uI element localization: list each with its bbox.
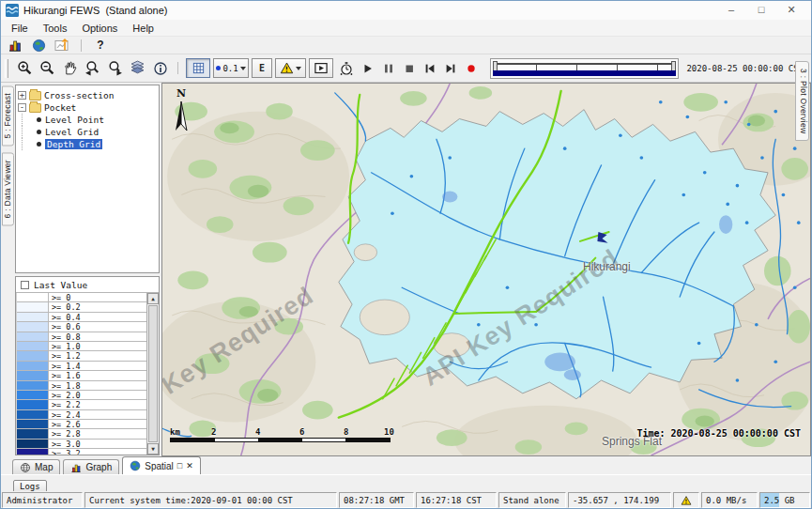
tree-label[interactable]: Level Grid	[45, 127, 99, 137]
interval-value: 0.1	[222, 64, 237, 73]
legend-list: >= 0 >= 0.2 >= 0.4 >= 0.6 >= 0.8 >= 1.0 …	[16, 292, 159, 455]
tree-label[interactable]: Pocket	[44, 102, 76, 113]
scroll-thumb[interactable]	[148, 305, 158, 442]
scale-unit: km	[170, 427, 180, 437]
zoom-previous-button[interactable]	[82, 58, 103, 79]
tree-label[interactable]: Cross-section	[44, 90, 114, 100]
magnifier-back-icon	[84, 60, 100, 76]
last-value-checkbox[interactable]	[21, 281, 29, 289]
zoom-out-button[interactable]	[37, 58, 58, 79]
spatial-display-button[interactable]	[52, 38, 72, 54]
close-button[interactable]: ✕	[776, 2, 806, 19]
map-viewport[interactable]: N API Key Required API Key Required Hiku…	[161, 83, 811, 456]
info-button[interactable]	[149, 58, 171, 79]
expand-icon[interactable]: +	[18, 91, 26, 100]
timeline-slider[interactable]	[490, 58, 679, 79]
pan-button[interactable]	[59, 58, 81, 79]
map-render[interactable]	[162, 84, 810, 455]
chart-arrows-icon	[54, 38, 69, 53]
map-display-button[interactable]	[28, 38, 49, 54]
timer-button[interactable]	[335, 58, 357, 79]
stop-button[interactable]	[399, 58, 419, 79]
tree-label-selected[interactable]: Depth Grid	[45, 139, 102, 149]
tree-item-pocket[interactable]: - Pocket	[18, 101, 157, 114]
layers-button[interactable]	[127, 58, 148, 79]
legend-label: >= 2.6	[49, 420, 146, 428]
tab-spatial[interactable]: Spatial □ ✕	[122, 456, 201, 474]
north-arrow: N	[172, 87, 191, 133]
folder-icon	[29, 91, 41, 100]
step-back-button[interactable]	[420, 58, 439, 79]
legend-row: >= 0.2	[17, 302, 146, 312]
map-time-overlay: Time: 2020-08-25 00:00:00 CST	[636, 428, 801, 439]
legend-label: >= 1.2	[49, 351, 146, 360]
tab-plot-overview[interactable]: 3 : Plot Overview	[795, 61, 809, 141]
layer-tree: + Cross-section - Pocket Level Point	[15, 85, 160, 273]
grid-display-button[interactable]	[186, 58, 210, 78]
legend-swatch	[17, 302, 49, 311]
menu-tools[interactable]: Tools	[36, 22, 75, 35]
scale-tick: 6	[299, 427, 304, 437]
bullet-icon	[37, 142, 41, 147]
tab-graph[interactable]: Graph	[63, 459, 119, 474]
app-window: Hikurangi FEWS (Stand alone) – □ ✕ File …	[0, 0, 812, 509]
interval-dropdown[interactable]: 0.1	[213, 58, 249, 78]
scale-tick: 10	[384, 427, 394, 437]
data-display-button[interactable]	[5, 38, 25, 54]
tree-item-depth-grid[interactable]: Depth Grid	[18, 138, 157, 150]
legend-row: >= 3.0	[17, 440, 146, 449]
play-button[interactable]	[358, 58, 377, 79]
legend-label: >= 2.2	[49, 400, 146, 409]
menu-help[interactable]: Help	[125, 22, 161, 35]
status-transfer-rate: 0.0 MB/s	[701, 492, 758, 508]
tree-item-level-point[interactable]: Level Point	[18, 114, 157, 126]
menu-options[interactable]: Options	[74, 22, 125, 35]
tree-item-level-grid[interactable]: Level Grid	[18, 126, 157, 138]
legend-scrollbar[interactable]: ▲ ▼	[146, 293, 159, 455]
maximize-button[interactable]: □	[746, 2, 776, 19]
scale-tick: 4	[255, 427, 260, 437]
status-user: Administrator	[2, 492, 83, 508]
movie-play-icon	[314, 61, 329, 75]
last-value-row[interactable]: Last Value	[16, 277, 159, 292]
toolbar-grip[interactable]	[5, 59, 8, 78]
menu-file[interactable]: File	[4, 22, 36, 35]
status-warning[interactable]	[673, 492, 699, 508]
collapse-icon[interactable]: -	[18, 103, 26, 112]
record-button[interactable]	[461, 58, 481, 79]
scroll-up-icon[interactable]: ▲	[147, 293, 159, 304]
legend-label: >= 3.0	[49, 440, 146, 448]
legend-swatch	[17, 400, 49, 409]
pause-button[interactable]	[378, 58, 398, 79]
legend-swatch	[17, 391, 49, 399]
main-area: 5 : Forecast 6 : Data Viewer + Cross-sec…	[1, 83, 811, 456]
place-label-hikurangi: Hikurangi	[583, 260, 631, 273]
tab-map[interactable]: Map	[12, 459, 60, 474]
zoom-next-button[interactable]	[104, 58, 126, 79]
toolbar-separator	[81, 39, 82, 52]
tab-forecast[interactable]: 5 : Forecast	[2, 85, 14, 146]
step-forward-button[interactable]	[440, 58, 460, 79]
minimize-button[interactable]: –	[716, 2, 746, 19]
scroll-down-icon[interactable]: ▼	[147, 443, 159, 455]
tree-item-cross-section[interactable]: + Cross-section	[18, 89, 157, 101]
close-tab-icon[interactable]: ✕	[186, 461, 193, 470]
dot-icon	[216, 66, 221, 70]
zoom-in-button[interactable]	[14, 58, 36, 79]
stopwatch-icon	[339, 61, 354, 76]
legend-row: >= 1.8	[17, 381, 146, 391]
tree-label[interactable]: Level Point	[45, 115, 104, 125]
chevron-down-icon	[240, 67, 246, 70]
animation-button[interactable]	[309, 58, 333, 78]
legend-swatch	[17, 332, 49, 341]
detach-tab-icon[interactable]: □	[177, 461, 182, 470]
legend-row: >= 2.8	[17, 429, 146, 439]
map-toolbar: 0.1 E 2020-08-25 00:00:00 CST	[1, 54, 811, 83]
scale-numbers: km 2 4 6 8 10	[170, 427, 395, 438]
logs-row: Logs	[1, 474, 811, 491]
tab-data-viewer[interactable]: 6 : Data Viewer	[2, 152, 14, 225]
labels-button[interactable]: E	[252, 58, 272, 78]
thresholds-dropdown[interactable]	[275, 58, 306, 78]
help-button[interactable]: ?	[90, 38, 111, 54]
legend-label: >= 0.4	[49, 313, 146, 321]
